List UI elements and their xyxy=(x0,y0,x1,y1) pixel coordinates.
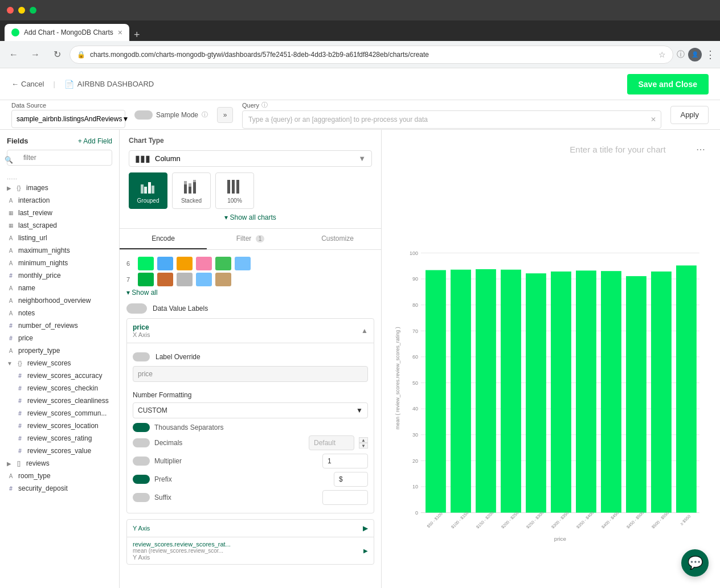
tab-close-btn[interactable]: × xyxy=(118,28,122,37)
new-tab-btn[interactable]: + xyxy=(134,29,140,41)
prefix-toggle[interactable] xyxy=(133,475,150,484)
multiplier-toggle[interactable] xyxy=(133,457,150,466)
y-axis-expand-sub-icon[interactable]: ▶ xyxy=(363,548,368,554)
list-item-rs-value[interactable]: # review_scores_value xyxy=(0,445,119,457)
list-item-name[interactable]: A name xyxy=(0,282,119,294)
x-axis-subtitle: X Axis xyxy=(133,331,150,338)
window-close-btn[interactable] xyxy=(7,7,14,14)
query-clear-btn[interactable]: ✕ xyxy=(651,116,656,124)
decimals-decrement-btn[interactable]: ▼ xyxy=(359,443,368,449)
list-item-minimum-nights[interactable]: A minimum_nights xyxy=(0,257,119,269)
x-axis-header[interactable]: price X Axis ▲ xyxy=(127,319,374,343)
list-item[interactable]: ...... xyxy=(0,172,119,182)
query-input-wrapper[interactable]: Type a {query} or an [aggregation] to pr… xyxy=(242,110,661,129)
apply-button[interactable]: Apply xyxy=(670,106,709,124)
fields-search-input[interactable] xyxy=(7,150,112,166)
add-field-button[interactable]: + Add Field xyxy=(78,137,112,145)
tab-filter[interactable]: Filter 1 xyxy=(207,229,294,249)
chart-type-selector[interactable]: ▮▮▮ Column ▼ xyxy=(129,150,372,167)
field-type-string-icon: A xyxy=(7,285,15,291)
list-item-neighborhood[interactable]: A neighborhood_overview xyxy=(0,294,119,307)
save-close-button[interactable]: Save and Close xyxy=(627,74,709,94)
list-item-listing-url[interactable]: A listing_url xyxy=(0,232,119,244)
profile-avatar[interactable]: 👤 xyxy=(688,48,702,61)
tab-customize[interactable]: Customize xyxy=(294,229,381,249)
variant-grouped[interactable]: Grouped xyxy=(129,172,167,209)
chart-title-placeholder[interactable]: Enter a title for your chart xyxy=(543,145,693,154)
list-item-rs-accuracy[interactable]: # review_scores_accuracy xyxy=(0,369,119,382)
decimals-stepper[interactable]: ▲ ▼ xyxy=(359,437,368,449)
label-override-input[interactable] xyxy=(133,366,368,382)
variant-stacked[interactable]: Stacked xyxy=(172,172,211,209)
list-item-last-scraped[interactable]: ▦ last_scraped xyxy=(0,219,119,232)
thousands-sep-toggle[interactable] xyxy=(133,423,150,432)
palette-color[interactable] xyxy=(157,273,173,286)
suffix-toggle[interactable] xyxy=(133,493,150,502)
datasource-select[interactable]: sample_airbnb.listingsAndReviews ▼ xyxy=(11,110,125,128)
window-max-btn[interactable] xyxy=(30,7,36,14)
list-item-rs-rating[interactable]: # review_scores_rating xyxy=(0,432,119,445)
window-min-btn[interactable] xyxy=(18,7,25,14)
list-item-monthly-price[interactable]: # monthly_price xyxy=(0,269,119,282)
decimals-toggle[interactable] xyxy=(133,438,150,447)
variant-grouped-label: Grouped xyxy=(137,198,159,204)
label-override-toggle[interactable] xyxy=(133,352,150,361)
chat-widget[interactable]: 💬 xyxy=(681,549,709,577)
list-item-property-type[interactable]: A property_type xyxy=(0,344,119,357)
url-bar[interactable]: 🔒 charts.mongodb.com/charts-mongodb-gtyw… xyxy=(69,46,673,64)
palette-color[interactable] xyxy=(196,273,212,286)
palette-color[interactable] xyxy=(157,257,173,270)
y-axis-header[interactable]: Y Axis ▶ xyxy=(127,520,374,537)
palette-color[interactable] xyxy=(196,257,212,270)
list-item-notes[interactable]: A notes xyxy=(0,307,119,319)
suffix-input[interactable] xyxy=(322,490,368,505)
list-item-rs-checkin[interactable]: # review_scores_checkin xyxy=(0,382,119,394)
info-btn[interactable]: ⓘ xyxy=(677,50,685,60)
list-item-room-type[interactable]: A room_type xyxy=(0,470,119,482)
expand-arrow-btn[interactable]: » xyxy=(217,107,233,123)
palette-color[interactable] xyxy=(177,273,193,286)
show-all-charts-link[interactable]: ▾ Show all charts xyxy=(129,213,372,221)
list-item-last-review[interactable]: ▦ last_review xyxy=(0,207,119,219)
show-all-palettes-link[interactable]: ▾ Show all xyxy=(126,289,374,297)
palette-color[interactable] xyxy=(138,273,154,286)
list-item-interaction[interactable]: A interaction xyxy=(0,194,119,207)
data-value-labels-toggle[interactable] xyxy=(126,303,147,314)
back-btn[interactable]: ← xyxy=(5,46,23,64)
multiplier-input[interactable] xyxy=(322,454,368,468)
reload-btn[interactable]: ↻ xyxy=(48,46,66,64)
y-axis-title: Y Axis xyxy=(133,525,247,532)
list-item-security-deposit[interactable]: # security_deposit xyxy=(0,482,119,495)
list-item-rs-communication[interactable]: # review_scores_commun... xyxy=(0,407,119,420)
cancel-button[interactable]: ← Cancel xyxy=(11,80,44,88)
query-bar: Data Source sample_airbnb.listingsAndRev… xyxy=(0,100,720,130)
chart-menu-btn[interactable]: ⋯ xyxy=(693,141,709,157)
prefix-input[interactable] xyxy=(334,472,368,487)
field-group-review-scores[interactable]: ▼ {} review_scores xyxy=(0,357,119,369)
sample-mode-toggle[interactable]: Sample Mode ⓘ xyxy=(134,110,208,120)
list-item-maximum-nights[interactable]: A maximum_nights xyxy=(0,244,119,257)
field-group-reviews[interactable]: ▶ [] reviews xyxy=(0,457,119,470)
number-format-select[interactable]: CUSTOM ▼ xyxy=(133,402,368,418)
decimals-input[interactable] xyxy=(309,435,354,450)
chart-type-dropdown-icon: ▼ xyxy=(358,154,366,163)
list-item-rs-cleanliness[interactable]: # review_scores_cleanliness xyxy=(0,394,119,407)
field-group-images[interactable]: ▶ {} images xyxy=(0,182,119,194)
palette-color[interactable] xyxy=(235,257,251,270)
decimals-increment-btn[interactable]: ▲ xyxy=(359,437,368,443)
variant-100pct[interactable]: 100% xyxy=(215,172,254,209)
palette-color[interactable] xyxy=(215,257,231,270)
list-item-price[interactable]: # price xyxy=(0,332,119,344)
browser-menu-btn[interactable]: ⋮ xyxy=(705,48,715,61)
tab-encode[interactable]: Encode xyxy=(120,229,207,249)
palette-color[interactable] xyxy=(177,257,193,270)
bookmark-icon[interactable]: ☆ xyxy=(658,50,666,59)
list-item-rs-location[interactable]: # review_scores_location xyxy=(0,420,119,432)
palette-color[interactable] xyxy=(138,257,154,270)
forward-btn[interactable]: → xyxy=(26,46,44,64)
sample-mode-switch[interactable] xyxy=(134,110,153,120)
dashboard-name: AIRBNB DASHBOARD xyxy=(77,80,154,88)
palette-color[interactable] xyxy=(215,273,231,286)
browser-tab-active[interactable]: Add Chart - MongoDB Charts × xyxy=(5,24,129,41)
list-item-number-reviews[interactable]: # number_of_reviews xyxy=(0,319,119,332)
